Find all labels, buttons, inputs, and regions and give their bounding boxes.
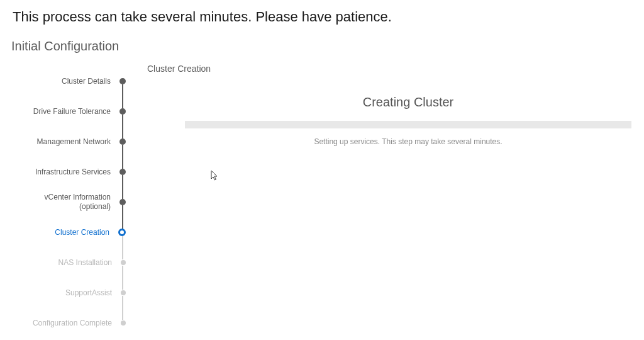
step-dot-icon [121, 260, 126, 265]
step-supportassist: SupportAssist [0, 278, 126, 308]
step-vcenter-information: vCenter Information (optional) [0, 187, 126, 217]
step-dot-icon [119, 78, 126, 84]
step-connector [122, 296, 123, 320]
step-infrastructure-services: Infrastructure Services [0, 157, 126, 187]
step-dot-icon [121, 320, 126, 326]
step-label: Configuration Complete [33, 319, 121, 328]
step-dot-icon [119, 199, 126, 205]
progress-bar [185, 121, 631, 128]
page-caption: This process can take several minutes. P… [0, 0, 644, 30]
step-connector [122, 175, 123, 199]
step-dot-icon [121, 290, 126, 295]
page-title: Initial Configuration [0, 30, 644, 60]
step-drive-failure-tolerance: Drive Failure Tolerance [0, 96, 126, 127]
step-connector [122, 145, 123, 169]
step-connector [122, 235, 123, 259]
step-label: vCenter Information (optional) [25, 193, 119, 212]
step-dot-icon [119, 139, 126, 145]
step-dot-icon [119, 169, 126, 175]
section-title: Cluster Creation [147, 64, 634, 74]
step-label: Drive Failure Tolerance [33, 107, 119, 116]
step-connector [122, 115, 123, 139]
step-nas-installation: NAS Installation [0, 247, 126, 278]
step-label: NAS Installation [58, 258, 121, 268]
step-connector [122, 266, 123, 290]
step-connector [122, 84, 123, 108]
progress-status-text: Setting up services. This step may take … [185, 137, 631, 146]
main-content: Cluster Creation Creating Cluster Settin… [126, 60, 644, 338]
step-label: SupportAssist [65, 288, 121, 298]
step-connector [122, 205, 123, 229]
step-label: Cluster Creation [55, 228, 118, 237]
step-cluster-details: Cluster Details [0, 66, 126, 96]
progress-title: Creating Cluster [185, 95, 631, 110]
step-management-network: Management Network [0, 127, 126, 157]
step-cluster-creation: Cluster Creation [0, 217, 126, 247]
wizard-steps-sidebar: Cluster Details Drive Failure Tolerance … [0, 60, 126, 338]
step-dot-active-icon [118, 229, 126, 236]
step-label: Infrastructure Services [35, 167, 119, 177]
step-label: Management Network [37, 137, 119, 147]
step-configuration-complete: Configuration Complete [0, 308, 126, 338]
step-dot-icon [119, 108, 126, 115]
step-label: Cluster Details [62, 77, 119, 86]
